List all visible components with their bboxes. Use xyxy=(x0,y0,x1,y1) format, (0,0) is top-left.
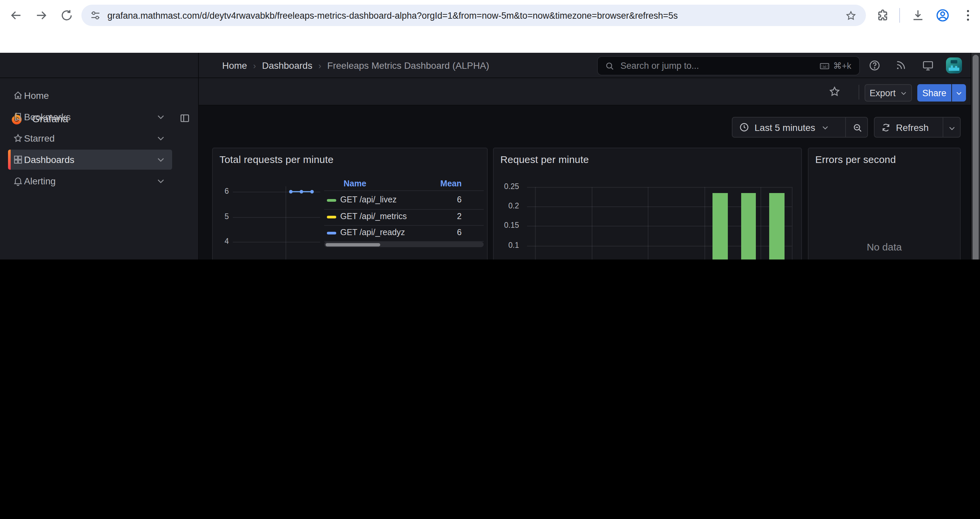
axis-tick-label: 0.2 xyxy=(508,202,519,210)
legend-value: 6 xyxy=(457,227,461,237)
panel-errors-per-second: Errors per second No data xyxy=(808,148,961,260)
reload-icon[interactable] xyxy=(60,9,73,22)
gridline xyxy=(761,187,762,260)
share-dropdown-button[interactable] xyxy=(952,84,966,102)
profile-icon[interactable] xyxy=(935,8,950,23)
refresh-icon xyxy=(881,123,891,132)
breadcrumb-item[interactable]: Dashboards xyxy=(262,60,312,71)
chevron-down-icon[interactable] xyxy=(156,155,165,164)
sidebar-item-starred[interactable]: Starred xyxy=(8,128,172,148)
active-indicator xyxy=(8,150,11,170)
download-icon[interactable] xyxy=(911,9,924,22)
sidebar-toggle-icon[interactable] xyxy=(180,113,190,124)
alerting-icon xyxy=(13,176,23,186)
legend-series-name[interactable]: GET /api/_readyz xyxy=(340,227,405,237)
bar xyxy=(769,193,784,260)
panel-total-requests-per-minute: Total requests per minute 6543217:40Name… xyxy=(212,148,488,260)
gridline xyxy=(592,187,592,260)
sidebar-item-dashboards[interactable]: Dashboards xyxy=(8,150,172,170)
vertical-scrollbar-thumb[interactable] xyxy=(973,55,978,260)
vertical-scrollbar-track[interactable] xyxy=(970,53,980,260)
site-settings-icon[interactable] xyxy=(90,10,101,21)
series-color-pill[interactable] xyxy=(327,199,336,202)
panel-title[interactable]: Errors per second xyxy=(815,153,896,165)
zoom-out-icon[interactable] xyxy=(853,123,862,133)
bar xyxy=(741,193,756,260)
chevron-down-icon[interactable] xyxy=(156,134,165,143)
refresh-button[interactable]: Refresh xyxy=(874,117,961,137)
legend-scrollbar-thumb[interactable] xyxy=(326,243,380,246)
bookmarks-bar: Freeleaps 收藏博客 xyxy=(0,31,980,53)
bookmarks-icon xyxy=(13,112,23,122)
monitor-icon[interactable] xyxy=(922,59,934,72)
gridline xyxy=(792,187,792,260)
sidebar-item-alerting[interactable]: Alerting xyxy=(8,171,172,191)
no-data-text: No data xyxy=(808,241,960,252)
dashboard-subbar xyxy=(199,78,980,105)
legend-series-name[interactable]: GET /api/_metrics xyxy=(340,211,407,221)
starred-icon xyxy=(13,133,23,144)
chevron-down-icon xyxy=(821,123,829,131)
search-icon xyxy=(605,61,614,70)
browser-toolbar: grafana.mathmast.com/d/deytv4rwavabkb/fr… xyxy=(0,0,980,31)
time-range-picker[interactable]: Last 5 minutes xyxy=(732,117,868,137)
sidebar-item-label: Dashboards xyxy=(24,154,75,165)
share-button[interactable]: Share xyxy=(917,84,951,102)
chevron-down-icon[interactable] xyxy=(156,112,165,121)
chevron-down-icon xyxy=(955,89,963,96)
gridline xyxy=(705,187,705,260)
gridline xyxy=(535,187,536,260)
legend-column-header[interactable]: Name xyxy=(344,179,366,188)
clock-icon xyxy=(739,122,749,132)
menu-kebab-icon[interactable] xyxy=(961,8,975,23)
chevron-down-icon xyxy=(900,89,907,96)
gridline xyxy=(527,187,792,187)
legend-series-name[interactable]: GET /api/_livez xyxy=(340,195,396,204)
breadcrumb-item[interactable]: Freeleaps Metrics Dashboard (ALPHA) xyxy=(327,60,489,71)
chevron-down-icon xyxy=(948,124,956,132)
export-button[interactable]: Export xyxy=(865,84,912,102)
help-icon[interactable] xyxy=(869,59,881,72)
url-bar[interactable]: grafana.mathmast.com/d/deytv4rwavabkb/fr… xyxy=(81,5,866,26)
toolbar-divider xyxy=(899,8,900,23)
axis-tick-label: 0.15 xyxy=(504,222,519,230)
bar xyxy=(713,193,728,260)
chevron-down-icon[interactable] xyxy=(156,176,165,186)
breadcrumb-separator: › xyxy=(253,61,256,70)
legend-separator xyxy=(324,209,484,209)
time-range-label: Last 5 minutes xyxy=(754,122,815,133)
home-icon xyxy=(13,90,23,101)
sidebar-header: Grafana xyxy=(0,53,199,78)
breadcrumb-item[interactable]: Home xyxy=(222,60,247,71)
legend-column-header[interactable]: Mean xyxy=(440,179,461,188)
url-text[interactable]: grafana.mathmast.com/d/deytv4rwavabkb/fr… xyxy=(107,10,845,21)
legend-scrollbar-track[interactable] xyxy=(324,242,484,247)
sidebar-item-label: Starred xyxy=(24,133,55,144)
sidebar-item-label: Home xyxy=(24,90,49,101)
keyboard-icon xyxy=(819,61,830,71)
refresh-label: Refresh xyxy=(896,122,929,133)
legend-separator xyxy=(324,190,484,191)
sidebar-item-home[interactable]: Home xyxy=(8,86,172,105)
rss-icon[interactable] xyxy=(895,59,907,71)
back-icon[interactable] xyxy=(10,9,23,22)
dashboards-icon xyxy=(13,154,23,165)
sidebar-item-bookmarks[interactable]: Bookmarks xyxy=(8,107,172,127)
subbar-divider xyxy=(859,85,859,99)
forward-icon[interactable] xyxy=(35,9,48,22)
legend-separator xyxy=(324,241,484,241)
axis-tick-label: 0.1 xyxy=(508,241,519,249)
series-color-pill[interactable] xyxy=(327,232,336,234)
gridline xyxy=(648,187,648,260)
series-color-pill[interactable] xyxy=(327,216,336,218)
bookmark-star-icon[interactable] xyxy=(845,10,857,21)
extensions-icon[interactable] xyxy=(877,9,890,22)
legend-value: 2 xyxy=(457,211,461,221)
search-placeholder: Search or jump to... xyxy=(620,61,819,71)
search-input[interactable]: Search or jump to... ⌘+k xyxy=(597,56,860,75)
panel-title[interactable]: Request per minute xyxy=(500,153,589,165)
favorite-star-icon[interactable] xyxy=(829,86,841,97)
sidebar-item-label: Alerting xyxy=(24,176,56,186)
legend-value: 6 xyxy=(457,195,461,204)
user-avatar[interactable] xyxy=(946,57,962,73)
